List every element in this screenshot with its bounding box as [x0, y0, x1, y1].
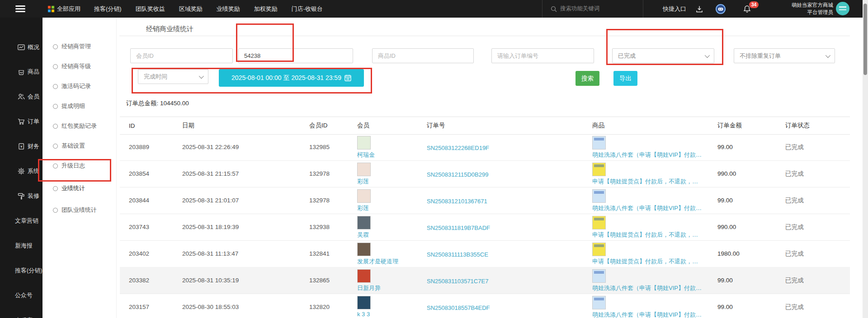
member-id-input[interactable] [130, 48, 233, 63]
member-name-link[interactable]: k 3 3 [357, 311, 370, 318]
product-thumbnail [592, 296, 606, 309]
submenu-item-dealer-management[interactable]: 经销商管理 [42, 41, 116, 52]
order-no-link[interactable]: SN2508311113B355CE [427, 251, 488, 258]
calendar-icon [344, 75, 351, 81]
topbar-menu-distribution[interactable]: 推客(分销) [94, 5, 122, 13]
main-sidebar: 概况 商品 会员 订单 [0, 18, 42, 318]
table-row: 203743 2025-08-31 18:19:39 132938 吴霞 SN2… [120, 214, 850, 241]
submenu-item-redpacket-records[interactable]: 红包奖励记录 [42, 120, 116, 132]
product-link[interactable]: 申请【萌娃提货点】付款后，不退款，… [592, 178, 698, 186]
avatar[interactable] [836, 2, 849, 15]
all-apps-label: 全部应用 [57, 5, 80, 13]
member-avatar [357, 243, 371, 256]
dashboard-icon [17, 43, 25, 51]
product-link[interactable]: 申请【萌娃提货点】付款后，不退款，… [592, 257, 698, 266]
order-no-link[interactable]: SN25083122268ED19F [427, 145, 489, 151]
order-no-link[interactable]: SN2508312115D0B299 [427, 171, 488, 178]
cart-icon [17, 117, 25, 126]
export-button[interactable]: 导出 [613, 71, 637, 86]
product-link[interactable]: 申请【萌娃提货点】付款后，不退款，… [592, 231, 698, 239]
order-no-link[interactable]: SN2508312101367671 [427, 198, 487, 205]
topbar-menu-weighted-reward[interactable]: 加权奖励 [254, 5, 278, 13]
member-id-filled-input[interactable] [238, 48, 353, 63]
order-no-link[interactable]: SN250831103571C7E7 [427, 278, 488, 285]
members-icon [17, 93, 25, 101]
submenu-item-basic-settings[interactable]: 基础设置 [42, 140, 116, 152]
shop-name: 萌娃当家官方商城 [764, 1, 833, 9]
topbar-menu-performance-reward[interactable]: 业绩奖励 [217, 5, 240, 13]
table-row: 203382 2025-08-31 10:35:19 132865 日新月异 S… [120, 267, 850, 294]
sidebar-item-mini-program[interactable]: 小程序 [0, 314, 42, 318]
product-link[interactable]: 萌娃洗涤八件套（申请【萌娃VIP】付款… [592, 151, 702, 159]
status-label: 已完成 [776, 303, 850, 311]
sidebar-item-members[interactable]: 会员 [0, 90, 42, 103]
topbar-menu-store-cashier[interactable]: 门店-收银台 [292, 5, 323, 13]
time-type-select[interactable]: 完成时间 [138, 69, 208, 84]
member-avatar [357, 269, 371, 283]
bullet-icon [53, 104, 58, 109]
order-no-input[interactable] [491, 48, 594, 63]
assistant-robot-icon[interactable] [715, 0, 726, 18]
status-label: 已完成 [776, 143, 850, 151]
bullet-icon [53, 208, 58, 213]
member-name-link[interactable]: 柯瑞金 [357, 151, 375, 159]
table-row: 203157 2025-08-30 18:55:03 132820 k 3 3 … [120, 294, 850, 318]
product-link[interactable]: 萌娃洗涤八件套（申请【萌娃VIP】付款… [592, 311, 702, 318]
bullet-icon [53, 64, 58, 69]
member-name-link[interactable]: 日新月异 [357, 284, 381, 292]
submenu-item-upgrade-log[interactable]: 升级日志 [42, 160, 116, 172]
date-range-button[interactable]: 2025-08-01 00:00 至 2025-08-31 23:59 [219, 69, 364, 87]
all-apps-button[interactable]: 全部应用 [48, 0, 80, 18]
submenu-item-team-performance-stats[interactable]: 团队业绩统计 [42, 204, 116, 216]
global-search-input[interactable]: 搜索功能关键词 [542, 0, 643, 18]
member-name-link[interactable]: 吴霞 [357, 231, 369, 239]
sidebar-item-finance[interactable]: ¥ 财务 [0, 140, 42, 153]
sidebar-item-decorate[interactable]: 装修 [0, 190, 42, 202]
goods-id-input[interactable] [372, 48, 474, 63]
sidebar-item-official-account[interactable]: 公众号 [0, 289, 42, 302]
topbar-menu-region-reward[interactable]: 区域奖励 [179, 5, 203, 13]
table-row: 203889 2025-08-31 22:26:49 132985 柯瑞金 SN… [120, 134, 850, 161]
submenu-item-activation-codes[interactable]: 激活码记录 [42, 80, 116, 92]
submenu-item-commission-detail[interactable]: 提成明细 [42, 100, 116, 112]
sidebar-item-goods[interactable]: 商品 [0, 65, 42, 78]
product-link[interactable]: 萌娃洗涤八件套（申请【萌娃VIP】付款… [592, 284, 702, 292]
sidebar-item-system[interactable]: 系统 [0, 165, 42, 178]
sidebar-item-overview[interactable]: 概况 [0, 41, 42, 54]
submenu-item-dealer-level[interactable]: 经销商等级 [42, 61, 116, 72]
apps-grid-icon [48, 6, 54, 12]
product-link[interactable]: 萌娃洗涤八件套（申请【萌娃VIP】付款… [592, 204, 702, 212]
download-icon[interactable] [695, 0, 703, 18]
sidebar-item-distribution[interactable]: 推客(分销) [0, 264, 42, 277]
quick-entry-link[interactable]: 快捷入口 [663, 0, 686, 18]
product-thumbnail [592, 216, 606, 229]
menu-toggle-icon[interactable] [15, 5, 25, 13]
submenu-item-performance-stats[interactable]: 业绩统计 [42, 182, 116, 194]
member-name-link[interactable]: 彩莲 [357, 204, 369, 212]
member-name-link[interactable]: 发展才是硬道理 [357, 257, 398, 266]
bullet-icon [53, 164, 58, 168]
member-avatar [357, 216, 371, 229]
order-total-label: 订单总金额: [126, 100, 158, 107]
status-label: 已完成 [776, 196, 850, 205]
member-name-link[interactable]: 彩莲 [357, 178, 369, 186]
topbar-menu-team-reward[interactable]: 团队奖收益 [136, 5, 165, 13]
product-thumbnail [592, 243, 606, 256]
account-info[interactable]: 萌娃当家官方商城 平台管理员 [764, 1, 833, 16]
order-no-link[interactable]: SN25083018557B4EDF [427, 304, 490, 311]
sidebar-item-article-marketing[interactable]: 文章营销 [0, 215, 42, 227]
order-no-link[interactable]: SN2508311819B7BADF [427, 224, 490, 231]
finance-icon: ¥ [17, 142, 25, 150]
member-avatar [357, 296, 371, 309]
search-button[interactable]: 搜索 [576, 71, 599, 86]
scrollbar-thumb[interactable] [863, 4, 867, 75]
chevron-down-icon [705, 53, 710, 58]
dedupe-select[interactable]: 不排除重复订单 [734, 48, 835, 63]
status-label: 已完成 [776, 276, 850, 285]
product-thumbnail [592, 163, 606, 176]
sidebar-item-orders[interactable]: 订单 [0, 115, 42, 128]
order-status-select[interactable]: 已完成 [612, 48, 714, 63]
page-title: 经销商业绩统计 [146, 25, 193, 33]
sidebar-item-new-poster[interactable]: 新海报 [0, 239, 42, 252]
product-thumbnail [592, 136, 606, 150]
